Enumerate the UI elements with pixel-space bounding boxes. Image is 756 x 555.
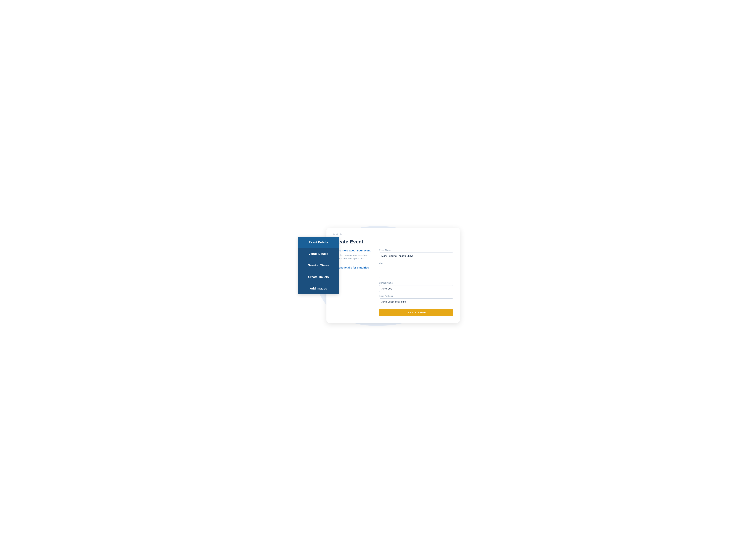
sidebar-item-create-tickets[interactable]: Create Tickets	[298, 271, 339, 283]
browser-dot-1	[333, 233, 335, 236]
browser-dots	[333, 233, 454, 236]
email-input[interactable]	[379, 298, 454, 305]
create-event-button[interactable]: CREATE EVENT	[379, 309, 454, 316]
about-label: About:	[379, 262, 454, 265]
contact-section: Contact Name: Email Address:	[379, 282, 454, 305]
email-label: Email Address:	[379, 295, 454, 297]
main-card: Create Event Tell us more about your eve…	[326, 228, 460, 323]
email-group: Email Address:	[379, 295, 454, 305]
sidebar: Event Details Venue Details Session Time…	[298, 237, 339, 294]
sidebar-item-add-images[interactable]: Add Images	[298, 283, 339, 294]
browser-dot-3	[340, 233, 341, 236]
contact-name-label: Contact Name:	[379, 282, 454, 284]
right-column: Event Name: About: Contact Name:	[379, 249, 454, 316]
browser-dot-2	[336, 233, 338, 236]
event-name-group: Event Name:	[379, 249, 454, 259]
contact-name-input[interactable]	[379, 285, 454, 292]
about-group: About:	[379, 262, 454, 279]
event-name-label: Event Name:	[379, 249, 454, 251]
event-name-input[interactable]	[379, 253, 454, 259]
about-textarea[interactable]	[379, 266, 454, 278]
sidebar-item-venue-details[interactable]: Venue Details	[298, 248, 339, 260]
contact-name-group: Contact Name:	[379, 282, 454, 292]
sidebar-item-session-times[interactable]: Session Times	[298, 260, 339, 271]
page-title: Create Event	[333, 239, 454, 245]
sidebar-item-event-details[interactable]: Event Details	[298, 237, 339, 248]
